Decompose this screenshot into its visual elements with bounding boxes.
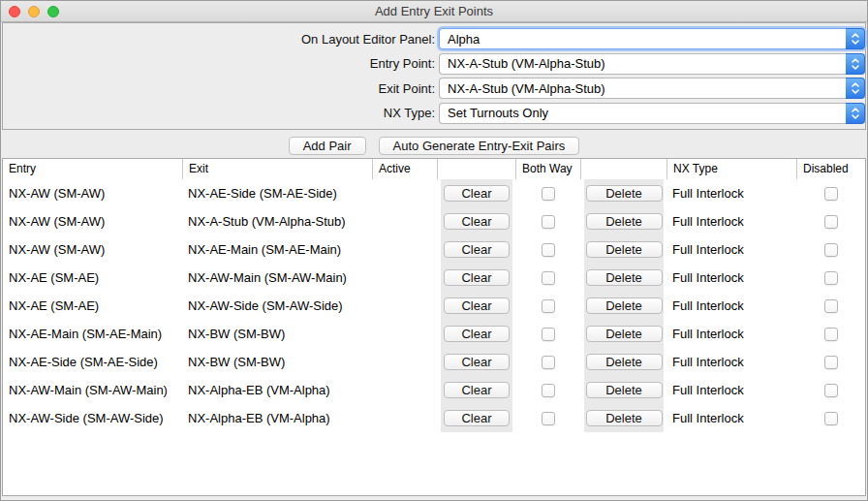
delete-cell: Delete — [580, 264, 666, 292]
nx-type-combobox[interactable]: Set Turnouts Only — [439, 103, 865, 124]
exit-cell: NX-AW-Main (SM-AW-Main) — [182, 264, 372, 292]
delete-cell: Delete — [580, 207, 666, 235]
delete-button[interactable]: Delete — [586, 241, 663, 258]
entry-point-combobox[interactable]: NX-A-Stub (VM-Alpha-Stub) — [439, 53, 865, 75]
disabled-cell — [796, 348, 865, 376]
both-way-checkbox[interactable] — [542, 215, 555, 229]
layout-editor-panel-value[interactable]: Alpha — [439, 28, 846, 49]
both-way-checkbox[interactable] — [542, 299, 555, 313]
entry-cell: NX-AW (SM-AW) — [3, 235, 182, 264]
disabled-checkbox[interactable] — [824, 356, 838, 369]
disabled-checkbox[interactable] — [824, 271, 838, 285]
column-header-disabled[interactable]: Disabled — [796, 159, 865, 179]
clear-button[interactable]: Clear — [444, 241, 510, 258]
active-cell — [372, 264, 437, 292]
action-button-row: Add Pair Auto Generate Entry-Exit Pairs — [1, 137, 867, 156]
delete-button[interactable]: Delete — [586, 185, 663, 202]
disabled-checkbox[interactable] — [824, 384, 838, 397]
entry-cell: NX-AE (SM-AE) — [3, 264, 182, 292]
column-header-nx-type[interactable]: NX Type — [666, 159, 796, 179]
chevron-up-down-icon[interactable] — [846, 78, 865, 99]
nx-type-cell: Full Interlock — [666, 264, 796, 292]
exit-point-value[interactable]: NX-A-Stub (VM-Alpha-Stub) — [439, 78, 846, 99]
window-title: Add Entry Exit Points — [1, 4, 867, 18]
chevron-up-down-icon[interactable] — [846, 28, 865, 49]
delete-cell: Delete — [580, 376, 666, 404]
disabled-checkbox[interactable] — [824, 328, 838, 341]
entry-cell: NX-AW (SM-AW) — [3, 207, 182, 235]
both-way-checkbox[interactable] — [542, 356, 555, 369]
both-way-checkbox[interactable] — [542, 384, 555, 397]
disabled-checkbox[interactable] — [824, 187, 838, 201]
minimize-icon[interactable] — [28, 6, 40, 17]
both-way-checkbox[interactable] — [542, 412, 555, 425]
clear-button[interactable]: Clear — [444, 269, 510, 286]
exit-point-combobox[interactable]: NX-A-Stub (VM-Alpha-Stub) — [439, 78, 865, 99]
add-entry-exit-points-window: Add Entry Exit Points On Layout Editor P… — [0, 0, 868, 501]
clear-cell: Clear — [437, 376, 515, 404]
column-header-clear[interactable] — [437, 159, 515, 179]
clear-cell: Clear — [437, 404, 515, 432]
disabled-cell — [796, 207, 865, 235]
clear-button[interactable]: Clear — [444, 382, 510, 398]
clear-button[interactable]: Clear — [444, 410, 510, 426]
delete-button[interactable]: Delete — [586, 269, 663, 286]
nx-type-cell: Full Interlock — [666, 235, 796, 264]
layout-editor-panel-combobox[interactable]: Alpha — [439, 28, 865, 49]
zoom-icon[interactable] — [47, 6, 59, 17]
entry-cell: NX-AE-Main (SM-AE-Main) — [3, 320, 182, 348]
entry-point-value[interactable]: NX-A-Stub (VM-Alpha-Stub) — [439, 53, 846, 75]
layout-editor-panel-label: On Layout Editor Panel: — [3, 32, 439, 47]
entry-cell: NX-AW (SM-AW) — [3, 179, 182, 207]
both-way-checkbox[interactable] — [542, 271, 555, 285]
add-pair-button[interactable]: Add Pair — [289, 137, 366, 155]
chevron-up-down-icon[interactable] — [846, 103, 865, 124]
both-way-cell — [515, 235, 580, 264]
delete-button[interactable]: Delete — [586, 297, 663, 314]
delete-button[interactable]: Delete — [586, 410, 663, 426]
disabled-cell — [796, 235, 865, 264]
both-way-checkbox[interactable] — [542, 187, 555, 201]
delete-button[interactable]: Delete — [586, 326, 663, 342]
table-row: NX-AW (SM-AW) NX-A-Stub (VM-Alpha-Stub) … — [3, 207, 865, 235]
clear-button[interactable]: Clear — [444, 297, 510, 314]
chevron-up-down-icon[interactable] — [846, 53, 865, 75]
table-row: NX-AW-Main (SM-AW-Main) NX-Alpha-EB (VM-… — [3, 376, 865, 404]
disabled-checkbox[interactable] — [824, 243, 838, 257]
delete-button[interactable]: Delete — [586, 213, 663, 230]
auto-generate-pairs-button[interactable]: Auto Generate Entry-Exit Pairs — [379, 137, 580, 155]
column-header-entry[interactable]: Entry — [3, 159, 182, 179]
active-cell — [372, 404, 437, 432]
delete-button[interactable]: Delete — [586, 354, 663, 370]
disabled-checkbox[interactable] — [824, 299, 838, 313]
entry-exit-form-panel: On Layout Editor Panel: Alpha Entry Poin… — [2, 22, 866, 130]
both-way-checkbox[interactable] — [542, 328, 555, 341]
clear-cell: Clear — [437, 320, 515, 348]
disabled-checkbox[interactable] — [824, 215, 838, 229]
form-row-entry-point: Entry Point: NX-A-Stub (VM-Alpha-Stub) — [3, 53, 865, 75]
column-header-delete[interactable] — [580, 159, 666, 179]
both-way-checkbox[interactable] — [542, 243, 555, 257]
nx-type-cell: Full Interlock — [666, 292, 796, 320]
active-cell — [372, 376, 437, 404]
disabled-cell — [796, 264, 865, 292]
close-icon[interactable] — [9, 6, 20, 17]
column-header-active[interactable]: Active — [372, 159, 437, 179]
clear-cell: Clear — [437, 207, 515, 235]
clear-cell: Clear — [437, 179, 515, 207]
nx-type-value[interactable]: Set Turnouts Only — [439, 103, 846, 124]
delete-button[interactable]: Delete — [586, 382, 663, 398]
column-header-both-way[interactable]: Both Way — [515, 159, 580, 179]
clear-button[interactable]: Clear — [444, 326, 510, 342]
table-body: NX-AW (SM-AW) NX-AE-Side (SM-AE-Side) Cl… — [3, 179, 865, 432]
nx-type-cell: Full Interlock — [666, 376, 796, 404]
clear-button[interactable]: Clear — [444, 213, 510, 230]
clear-button[interactable]: Clear — [444, 185, 510, 202]
table-row: NX-AW (SM-AW) NX-AE-Side (SM-AE-Side) Cl… — [3, 179, 865, 207]
exit-cell: NX-Alpha-EB (VM-Alpha) — [182, 404, 372, 432]
column-header-exit[interactable]: Exit — [182, 159, 372, 179]
both-way-cell — [515, 404, 580, 432]
active-cell — [372, 207, 437, 235]
disabled-checkbox[interactable] — [824, 412, 838, 425]
clear-button[interactable]: Clear — [444, 354, 510, 370]
